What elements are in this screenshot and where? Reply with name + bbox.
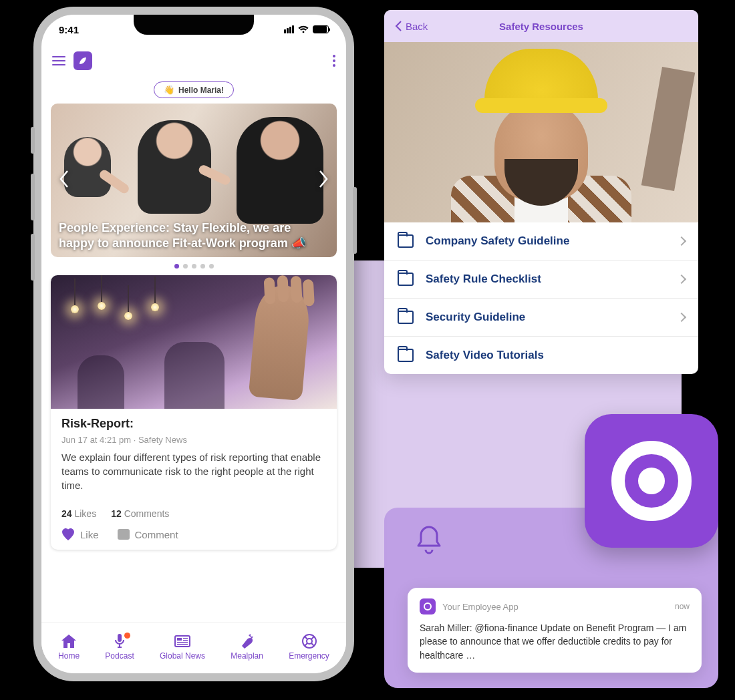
resource-item[interactable]: Company Safety Guideline (384, 222, 698, 260)
folder-icon (398, 311, 414, 324)
notification-dot (124, 633, 130, 639)
likes-label: Likes (74, 508, 96, 519)
status-time: 9:41 (59, 24, 79, 35)
phone-frame: 9:41 Hello Maria! (33, 7, 354, 681)
carousel-dot[interactable] (183, 264, 188, 269)
svg-rect-2 (177, 638, 182, 641)
notification-app-icon (420, 598, 436, 615)
safety-hero-image (384, 42, 698, 222)
tab-label: Global News (160, 651, 205, 661)
phone-side-button (31, 127, 35, 154)
safety-resources-panel: Back Safety Resources Company Safety Gui… (384, 10, 698, 374)
tab-label: Podcast (105, 651, 134, 661)
folder-icon (398, 273, 414, 286)
tab-label: Home (58, 651, 80, 661)
panel-title: Safety Resources (499, 21, 583, 32)
resource-label: Safety Video Tutorials (426, 349, 685, 362)
like-label: Like (80, 529, 99, 540)
greeting-text: Hello Maria! (178, 85, 224, 95)
feed-post[interactable]: Risk-Report: Jun 17 at 4:21 pm · Safety … (51, 275, 337, 550)
carousel-dot[interactable] (192, 264, 196, 269)
chevron-right-icon (318, 170, 329, 188)
comments-label: Comments (124, 508, 170, 519)
greeting-chip: Hello Maria! (154, 81, 234, 98)
carousel-dot[interactable] (200, 264, 205, 269)
home-icon (61, 634, 77, 649)
post-text: We explain four different types of risk … (61, 450, 326, 492)
status-icons (284, 25, 329, 33)
app-header (41, 44, 346, 77)
heart-icon (61, 528, 75, 540)
resource-label: Safety Rule Checklist (426, 273, 666, 286)
notification-card[interactable]: Your Employee App now Sarah Miller: @fio… (408, 588, 702, 673)
phone-side-button (31, 174, 35, 220)
notification-app-name: Your Employee App (442, 602, 668, 612)
target-icon (611, 441, 692, 521)
tab-global-news[interactable]: Global News (160, 634, 205, 661)
resource-label: Company Safety Guideline (426, 234, 666, 248)
chevron-right-icon (677, 275, 686, 284)
news-icon (174, 634, 190, 649)
resource-item[interactable]: Security Guideline (384, 299, 698, 337)
tab-emergency[interactable]: Emergency (289, 634, 329, 661)
carousel-prev-button[interactable] (55, 166, 74, 195)
phone-side-button (31, 234, 35, 281)
likes-count: 24 (61, 508, 72, 519)
app-icon-tile[interactable] (585, 414, 718, 548)
phone-screen: 9:41 Hello Maria! (41, 15, 346, 673)
svg-point-8 (307, 639, 312, 644)
resource-item[interactable]: Safety Video Tutorials (384, 337, 698, 374)
tab-podcast[interactable]: Podcast (105, 634, 134, 661)
battery-icon (313, 25, 329, 33)
resource-list: Company Safety Guideline Safety Rule Che… (384, 222, 698, 374)
post-title: Risk-Report: (61, 417, 326, 431)
app-logo[interactable] (74, 51, 92, 70)
chevron-left-icon (395, 21, 402, 31)
post-stats: 24 Likes 12 Comments (51, 502, 337, 523)
phone-side-button (353, 187, 357, 254)
post-meta: Jun 17 at 4:21 pm · Safety News (61, 435, 326, 445)
leaf-icon (78, 55, 88, 66)
back-button[interactable]: Back (395, 21, 428, 32)
tab-home[interactable]: Home (58, 634, 80, 661)
chevron-right-icon (677, 236, 686, 246)
carousel-next-button[interactable] (314, 166, 333, 195)
resource-item[interactable]: Safety Rule Checklist (384, 260, 698, 299)
bell-icon (414, 524, 444, 556)
resource-label: Security Guideline (426, 311, 666, 324)
chevron-left-icon (59, 170, 69, 188)
notification-time: now (675, 602, 690, 611)
comments-count: 12 (111, 508, 122, 519)
carrot-icon (239, 634, 255, 649)
more-button[interactable] (333, 55, 335, 67)
carousel-dots (51, 264, 337, 269)
folder-icon (398, 234, 414, 248)
panel-header: Back Safety Resources (384, 10, 698, 42)
hero-carousel[interactable]: People Experience: Stay Flexible, we are… (51, 104, 337, 257)
lifebuoy-icon (301, 634, 317, 649)
feed: People Experience: Stay Flexible, we are… (41, 104, 346, 633)
tab-label: Mealplan (231, 651, 263, 661)
back-label: Back (406, 21, 428, 32)
notification-body: Sarah Miller: @fiona-finance Update on B… (420, 621, 690, 662)
notification-header: Your Employee App now (420, 598, 690, 615)
tab-label: Emergency (289, 651, 329, 661)
comment-icon (118, 529, 130, 540)
post-actions: Like Comment (51, 523, 337, 550)
post-image (51, 275, 337, 409)
folder-icon (398, 349, 414, 362)
comment-label: Comment (135, 529, 178, 540)
svg-rect-0 (118, 634, 122, 642)
cellular-icon (284, 25, 294, 33)
tab-mealplan[interactable]: Mealplan (231, 634, 263, 661)
comment-button[interactable]: Comment (118, 529, 178, 540)
wifi-icon (298, 25, 309, 33)
phone-notch (134, 15, 254, 35)
carousel-dot[interactable] (174, 264, 179, 269)
bottom-tabbar: Home Podcast Global News Mealplan Emerge… (41, 623, 346, 668)
chevron-right-icon (677, 313, 686, 322)
carousel-dot[interactable] (209, 264, 214, 269)
like-button[interactable]: Like (61, 528, 99, 540)
hero-headline: People Experience: Stay Flexible, we are… (59, 220, 329, 250)
menu-button[interactable] (52, 56, 65, 65)
